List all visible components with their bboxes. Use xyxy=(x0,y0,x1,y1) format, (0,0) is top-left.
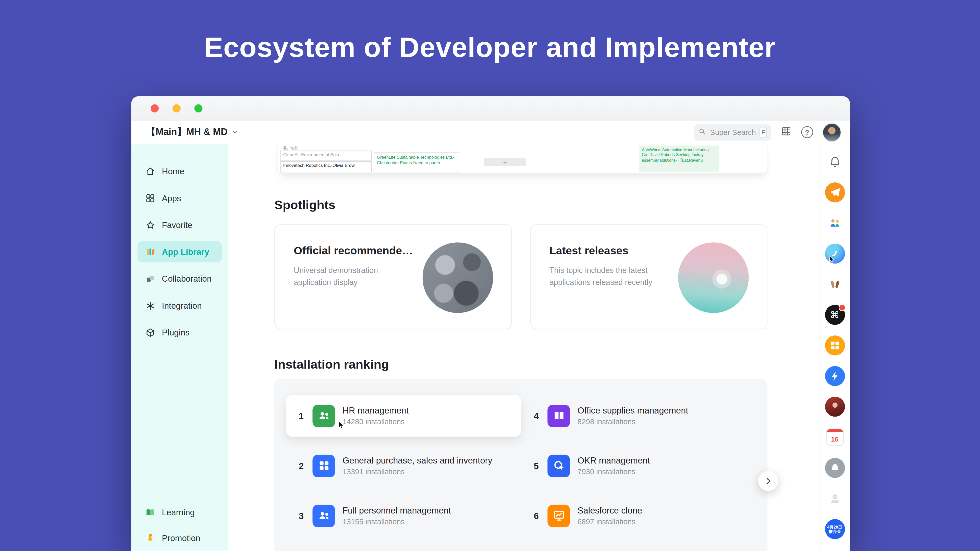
table-cell: CleanAir Environmental Solu xyxy=(280,151,372,160)
spotlights-heading: Spotlights xyxy=(274,198,335,212)
sidebar-label: Favorite xyxy=(162,220,192,230)
learning-icon xyxy=(145,507,156,518)
sidebar-label: Home xyxy=(162,167,184,176)
sidebar-item-favorite[interactable]: Favorite xyxy=(138,214,222,235)
installation-ranking-heading: Installation ranking xyxy=(274,357,389,372)
table-cell-green: GreenLife Sustainable Technologies Ltd.-… xyxy=(374,152,460,172)
app-name: Salesforce clone xyxy=(578,505,642,515)
apps-icon xyxy=(145,193,156,203)
star-icon xyxy=(145,220,156,230)
spotlight-card-official-recommended[interactable]: Official recommende… Universal demonstra… xyxy=(274,224,512,329)
orange-grid-app-icon[interactable] xyxy=(824,335,845,355)
sidebar-item-integration[interactable]: Integration xyxy=(138,295,222,316)
search-input[interactable]: Super Search F xyxy=(694,124,771,140)
table-cell-green: AutoWorks Automotive Manufacturing Co.-D… xyxy=(639,146,719,172)
install-count: 8298 installations xyxy=(578,417,688,426)
sidebar-item-promotion[interactable]: Promotion xyxy=(138,527,222,548)
calendar-tile: 16 xyxy=(826,429,843,446)
plugins-icon xyxy=(145,327,156,338)
sidebar-item-learning[interactable]: Learning xyxy=(138,502,222,523)
ranking-item-salesforce-clone[interactable]: 6 Salesforce clone 6897 installations xyxy=(521,495,756,537)
ranking-item-full-personnel[interactable]: 3 Full personnel management 13155 instal… xyxy=(286,495,522,537)
search-icon xyxy=(698,127,706,138)
rank-number: 4 xyxy=(530,411,542,421)
sidebar-item-apps[interactable]: Apps xyxy=(138,187,222,209)
rank-number: 1 xyxy=(295,411,307,421)
telegram-icon[interactable] xyxy=(824,183,845,202)
window-titlebar xyxy=(131,96,850,121)
photo-avatar-icon[interactable] xyxy=(824,397,845,416)
hands-icon[interactable] xyxy=(824,274,845,294)
install-count: 13391 installations xyxy=(342,467,492,476)
chevron-down-icon xyxy=(231,127,238,138)
sidebar-item-home[interactable]: Home xyxy=(138,160,222,182)
carousel-screenshot-card[interactable]: 客户名称 CleanAir Environmental Solu Innovat… xyxy=(277,144,768,174)
sidebar: Home Apps Favorite App Library Collabora… xyxy=(131,144,228,551)
rank-number: 2 xyxy=(295,461,307,471)
app-name: HR management xyxy=(342,405,409,415)
collaboration-icon xyxy=(145,273,156,284)
desk-photo-image xyxy=(423,242,493,313)
rank-number: 5 xyxy=(530,461,542,471)
card-description: This topic includes the latest applicati… xyxy=(549,265,671,289)
app-dock: ⌘ 16 xyxy=(819,144,850,551)
rank-number: 3 xyxy=(295,511,307,521)
notification-bell-icon[interactable] xyxy=(824,152,845,171)
install-count: 14280 installations xyxy=(342,417,409,426)
card-title: Official recommende… xyxy=(294,245,413,257)
close-window-button[interactable] xyxy=(151,104,159,112)
workspace-grid-icon[interactable] xyxy=(781,125,792,139)
ranking-item-general-purchase[interactable]: 2 General purchase, sales and inventory … xyxy=(286,445,522,487)
workspace-title: 【Main】MH & MD xyxy=(146,126,228,138)
calendar-icon[interactable]: 16 xyxy=(824,427,845,447)
sidebar-label: Integration xyxy=(162,301,202,310)
flash-app-icon[interactable] xyxy=(824,366,845,386)
card-description: Universal demonstration application disp… xyxy=(294,265,416,289)
team-avatar-icon[interactable] xyxy=(824,213,845,233)
user-avatar[interactable] xyxy=(822,123,841,141)
ranking-item-okr-management[interactable]: 5 OKR management 7930 installations xyxy=(521,445,756,487)
app-window: 【Main】MH & MD Super Search F ? xyxy=(131,96,850,551)
page-title: Ecosystem of Developer and Implementer xyxy=(0,31,980,64)
event-badge-text: 4月20日 推介会 xyxy=(827,524,842,534)
install-count: 6897 installations xyxy=(578,517,642,526)
ranking-item-office-supplies[interactable]: 4 Office supplies management 8298 instal… xyxy=(521,395,756,437)
promotion-icon xyxy=(145,533,156,543)
minimize-window-button[interactable] xyxy=(172,104,181,112)
sidebar-label: Apps xyxy=(162,193,181,203)
blue-app-icon[interactable] xyxy=(824,244,845,264)
installation-ranking-panel: 1 HR management 14280 installations 2 Ge… xyxy=(274,379,767,551)
event-badge-icon[interactable]: 4月20日 推介会 xyxy=(824,519,845,539)
search-placeholder: Super Search xyxy=(710,128,756,137)
sidebar-label: Promotion xyxy=(162,533,200,543)
gray-bell-icon[interactable] xyxy=(824,458,845,478)
ranking-item-hr-management[interactable]: 1 HR management 14280 installations xyxy=(286,395,522,437)
carousel-next-button[interactable] xyxy=(758,471,778,491)
sidebar-item-app-library[interactable]: App Library xyxy=(138,241,222,262)
app-name: Full personnel management xyxy=(342,505,451,515)
app-library-icon xyxy=(145,246,156,257)
calendar-header xyxy=(827,429,843,432)
people-app-icon xyxy=(312,505,335,527)
sidebar-item-collaboration[interactable]: Collaboration xyxy=(138,268,222,289)
app-name: OKR management xyxy=(578,455,650,465)
target-click-app-icon xyxy=(547,454,570,477)
sidebar-label: Learning xyxy=(162,508,195,517)
sidebar-item-plugins[interactable]: Plugins xyxy=(138,322,222,343)
spotlight-card-latest-releases[interactable]: Latest releases This topic includes the … xyxy=(530,224,768,329)
install-count: 13155 installations xyxy=(342,517,451,526)
lightbulb-photo-image xyxy=(678,242,749,313)
chart-board-app-icon xyxy=(547,505,570,527)
mascot-icon[interactable] xyxy=(824,489,845,508)
command-icon[interactable]: ⌘ xyxy=(824,305,845,325)
help-icon[interactable]: ? xyxy=(801,126,813,138)
workspace-switcher[interactable]: 【Main】MH & MD xyxy=(146,126,238,138)
grid-app-icon xyxy=(312,454,335,477)
sidebar-label: App Library xyxy=(162,247,209,257)
zoom-window-button[interactable] xyxy=(194,104,203,112)
search-shortcut-key: F xyxy=(759,127,767,138)
rank-number: 6 xyxy=(530,511,542,521)
add-record-button[interactable]: + xyxy=(484,158,527,166)
app-name: General purchase, sales and inventory xyxy=(342,455,492,465)
screenshot-stage: Ecosystem of Developer and Implementer 【… xyxy=(0,0,980,551)
